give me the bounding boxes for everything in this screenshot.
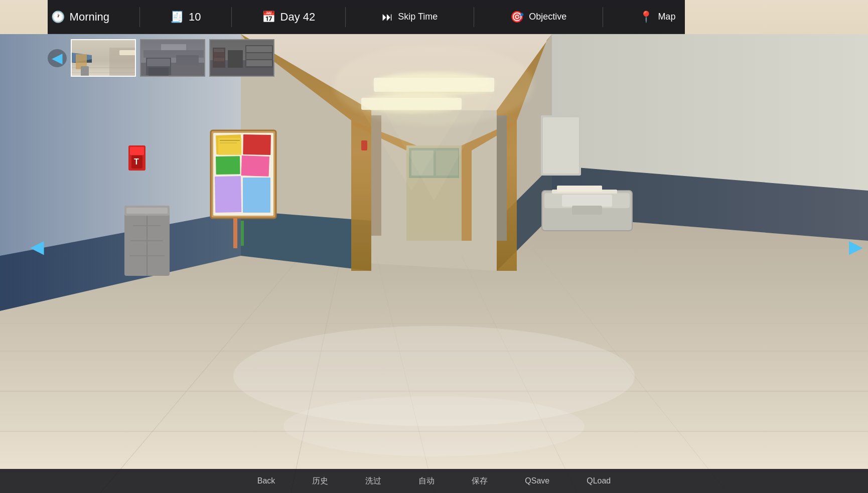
thumb-scene-1-svg	[72, 40, 136, 77]
map-icon: 📍	[639, 11, 653, 24]
hud-time: 🕐 Morning	[51, 11, 109, 24]
hud-divider-1	[139, 7, 140, 27]
svg-rect-100	[214, 53, 224, 57]
svg-rect-106	[246, 60, 272, 66]
thumb-scene-3-svg	[210, 40, 274, 77]
hud-score: 🧾 10	[170, 11, 201, 24]
hud-divider-5	[603, 7, 603, 27]
svg-rect-102	[228, 50, 243, 68]
thumbnail-3[interactable]	[209, 39, 274, 77]
thumb-scene-2-svg	[141, 40, 205, 77]
clock-icon: 🕐	[51, 11, 65, 24]
svg-rect-85	[119, 50, 136, 55]
thumb-nav-left[interactable]: ◀	[48, 49, 67, 67]
time-label: Morning	[70, 11, 109, 24]
hud-divider-3	[345, 7, 346, 27]
auto-button[interactable]: 自动	[412, 473, 441, 489]
nav-left-arrow[interactable]: ◀	[30, 236, 44, 257]
history-label: 历史	[312, 476, 328, 485]
qload-label: QLoad	[587, 476, 611, 485]
calendar-icon: 📅	[262, 11, 275, 24]
save-button[interactable]: 保存	[466, 473, 494, 489]
save-label: 保存	[472, 476, 488, 485]
svg-rect-93	[149, 68, 169, 77]
svg-rect-101	[214, 58, 224, 61]
thumbnail-strip: ◀	[48, 39, 274, 77]
auto-label: 自动	[418, 476, 435, 485]
svg-rect-99	[214, 49, 224, 52]
hud-bar: 🕐 Morning 🧾 10 📅 Day 42 ⏭ Skip Time 🎯 Ob…	[48, 0, 685, 34]
nav-right-arrow[interactable]: ▶	[849, 236, 863, 257]
qsave-button[interactable]: QSave	[519, 473, 555, 488]
back-label: Back	[257, 476, 275, 485]
filter-label: 洗过	[365, 476, 381, 485]
svg-rect-105	[246, 53, 272, 59]
map-button[interactable]: 📍 Map	[633, 8, 681, 27]
skip-time-label: Skip Time	[398, 12, 438, 22]
svg-rect-94	[143, 50, 204, 58]
hud-day: 📅 Day 42	[262, 11, 316, 24]
skip-time-button[interactable]: ⏭ Skip Time	[376, 8, 444, 27]
hud-divider-2	[231, 7, 232, 27]
svg-rect-91	[147, 59, 170, 66]
objective-label: Objective	[529, 12, 566, 22]
qload-button[interactable]: QLoad	[581, 473, 617, 488]
svg-rect-95	[161, 44, 186, 50]
skip-time-icon: ⏭	[382, 11, 393, 24]
qsave-label: QSave	[525, 476, 549, 485]
objective-icon: 🎯	[510, 11, 524, 24]
back-button[interactable]: Back	[251, 473, 281, 488]
left-chevron-icon: ◀	[30, 236, 44, 257]
svg-rect-104	[246, 46, 272, 52]
day-label: Day 42	[280, 11, 316, 24]
score-value: 10	[189, 11, 201, 24]
filter-button[interactable]: 洗过	[359, 473, 387, 489]
svg-rect-77	[0, 34, 868, 493]
thumbnail-2[interactable]	[140, 39, 205, 77]
objective-button[interactable]: 🎯 Objective	[504, 8, 572, 27]
map-label: Map	[658, 12, 675, 22]
score-icon: 🧾	[170, 11, 184, 24]
thumbnail-1[interactable]	[71, 39, 136, 77]
right-chevron-icon: ▶	[849, 236, 863, 257]
history-button[interactable]: 历史	[306, 473, 334, 489]
hud-divider-4	[474, 7, 474, 27]
bottom-toolbar: Back 历史 洗过 自动 保存 QSave QLoad	[0, 469, 868, 493]
